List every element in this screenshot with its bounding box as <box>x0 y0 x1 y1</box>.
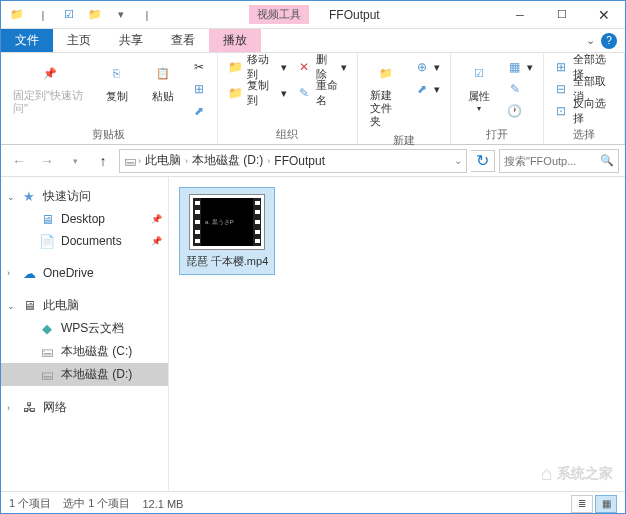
star-icon: ★ <box>21 189 37 205</box>
copyto-button[interactable]: 📁复制到 ▾ <box>226 83 289 103</box>
easyaccess-button[interactable]: ⬈▾ <box>412 79 442 99</box>
tab-home[interactable]: 主页 <box>53 29 105 52</box>
maximize-button[interactable]: ☐ <box>541 1 583 29</box>
folder-icon[interactable]: 📁 <box>5 4 29 26</box>
up-button[interactable]: ↑ <box>91 149 115 173</box>
tab-share[interactable]: 共享 <box>105 29 157 52</box>
moveto-button[interactable]: 📁移动到 ▾ <box>226 57 289 77</box>
newfolder-qat[interactable]: 📁 <box>83 4 107 26</box>
selectnone-icon: ⊟ <box>554 81 569 97</box>
expand-icon[interactable]: › <box>7 403 10 413</box>
tab-file[interactable]: 文件 <box>1 29 53 52</box>
forward-button[interactable]: → <box>35 149 59 173</box>
invertselect-button[interactable]: ⊡反向选择 <box>552 101 616 121</box>
sidebar-documents[interactable]: 📄Documents📌 <box>1 230 168 252</box>
properties-icon: ☑ <box>465 59 493 87</box>
desktop-icon: 🖥 <box>39 211 55 227</box>
pin-label: 固定到"快速访问" <box>13 89 87 115</box>
back-button[interactable]: ← <box>7 149 31 173</box>
qat-dropdown[interactable]: ▾ <box>109 4 133 26</box>
pin-button[interactable]: 📌 固定到"快速访问" <box>9 57 91 117</box>
recent-dropdown[interactable]: ▾ <box>63 149 87 173</box>
sidebar-wps[interactable]: ◆WPS云文档 <box>1 317 168 340</box>
path-icon: ⊞ <box>191 81 207 97</box>
sidebar-drive-d[interactable]: 🖴本地磁盘 (D:) <box>1 363 168 386</box>
sidebar-network[interactable]: ›🖧网络 <box>1 396 168 419</box>
properties-qat[interactable]: ☑ <box>57 4 81 26</box>
delete-button[interactable]: ✕删除 ▾ <box>295 57 349 77</box>
newfolder-icon: 📁 <box>372 59 400 87</box>
history-button[interactable]: 🕐 <box>505 101 535 121</box>
properties-button[interactable]: ☑ 属性 ▾ <box>459 57 499 115</box>
file-name: 琵琶 千本樱.mp4 <box>186 254 269 268</box>
icons-view-button[interactable]: ▦ <box>595 495 617 513</box>
drive-icon: 🖴 <box>124 154 136 168</box>
sidebar-onedrive[interactable]: ›☁OneDrive <box>1 262 168 284</box>
search-icon: 🔍 <box>600 154 614 167</box>
chevron-right-icon[interactable]: › <box>267 156 270 166</box>
statusbar: 1 个项目 选中 1 个项目 12.1 MB ≣ ▦ <box>1 491 625 514</box>
details-view-button[interactable]: ≣ <box>571 495 593 513</box>
edit-button[interactable]: ✎ <box>505 79 535 99</box>
refresh-button[interactable]: ↻ <box>471 150 495 172</box>
breadcrumb-seg3[interactable]: FFOutput <box>272 154 327 168</box>
qat-sep: | <box>31 4 55 26</box>
copypath-button[interactable]: ⊞ <box>189 79 209 99</box>
chevron-right-icon[interactable]: › <box>185 156 188 166</box>
file-list[interactable]: a. 黒うさP 琵琶 千本樱.mp4 <box>169 177 625 491</box>
open-button[interactable]: ▦▾ <box>505 57 535 77</box>
qat-sep2: | <box>135 4 159 26</box>
tab-view[interactable]: 查看 <box>157 29 209 52</box>
pasteshortcut-button[interactable]: ⬈ <box>189 101 209 121</box>
rename-icon: ✎ <box>297 85 312 101</box>
search-input[interactable] <box>504 155 594 167</box>
group-new: 📁 新建 文件夹 ⊕▾ ⬈▾ 新建 <box>358 53 451 144</box>
chevron-right-icon[interactable]: › <box>138 156 141 166</box>
newitem-button[interactable]: ⊕▾ <box>412 57 442 77</box>
address-bar[interactable]: 🖴 › 此电脑 › 本地磁盘 (D:) › FFOutput ⌄ <box>119 149 467 173</box>
help-icon[interactable]: ? <box>601 33 617 49</box>
sidebar-desktop[interactable]: 🖥Desktop📌 <box>1 208 168 230</box>
group-select: ⊞全部选择 ⊟全部取消 ⊡反向选择 选择 <box>544 53 625 144</box>
paste-label: 粘贴 <box>152 89 174 104</box>
newfolder-button[interactable]: 📁 新建 文件夹 <box>366 57 406 131</box>
breadcrumb-seg1[interactable]: 此电脑 <box>143 152 183 169</box>
cut-button[interactable]: ✂ <box>189 57 209 77</box>
close-button[interactable]: ✕ <box>583 1 625 29</box>
file-item[interactable]: a. 黒うさP 琵琶 千本樱.mp4 <box>179 187 275 275</box>
expand-icon[interactable]: › <box>7 268 10 278</box>
easyaccess-icon: ⬈ <box>414 81 430 97</box>
minimize-button[interactable]: ─ <box>499 1 541 29</box>
ribbon-expand-icon[interactable]: ⌄ <box>586 34 595 47</box>
breadcrumb-seg2[interactable]: 本地磁盘 (D:) <box>190 152 265 169</box>
thumb-text: a. 黒うさP <box>205 218 234 227</box>
search-box[interactable]: 🔍 <box>499 149 619 173</box>
copy-button[interactable]: ⎘ 复制 <box>97 57 137 106</box>
selectall-icon: ⊞ <box>554 59 569 75</box>
addr-dropdown[interactable]: ⌄ <box>454 155 462 166</box>
rename-button[interactable]: ✎重命名 <box>295 83 349 103</box>
expand-icon[interactable]: ⌄ <box>7 192 15 202</box>
paste-button[interactable]: 📋 粘贴 <box>143 57 183 106</box>
wps-icon: ◆ <box>39 321 55 337</box>
open-icon: ▦ <box>507 59 523 75</box>
properties-label: 属性 <box>468 89 490 104</box>
invertselect-icon: ⊡ <box>554 103 569 119</box>
quick-access-toolbar: 📁 | ☑ 📁 ▾ | <box>1 4 159 26</box>
group-organize: 📁移动到 ▾ 📁复制到 ▾ ✕删除 ▾ ✎重命名 组织 <box>218 53 358 144</box>
contextual-tab-label: 视频工具 <box>249 5 309 24</box>
pin-icon: 📌 <box>151 214 162 224</box>
organize-label: 组织 <box>226 125 349 142</box>
navbar: ← → ▾ ↑ 🖴 › 此电脑 › 本地磁盘 (D:) › FFOutput ⌄… <box>1 145 625 177</box>
sidebar-drive-c[interactable]: 🖴本地磁盘 (C:) <box>1 340 168 363</box>
item-count: 1 个项目 <box>9 496 51 511</box>
moveto-icon: 📁 <box>228 59 243 75</box>
expand-icon[interactable]: ⌄ <box>7 301 15 311</box>
network-icon: 🖧 <box>21 400 37 416</box>
sidebar-thispc[interactable]: ⌄🖥此电脑 <box>1 294 168 317</box>
drive-icon: 🖴 <box>39 344 55 360</box>
sidebar-quickaccess[interactable]: ⌄★快速访问 <box>1 185 168 208</box>
tab-play[interactable]: 播放 <box>209 29 261 52</box>
edit-icon: ✎ <box>507 81 523 97</box>
pin-icon: 📌 <box>151 236 162 246</box>
